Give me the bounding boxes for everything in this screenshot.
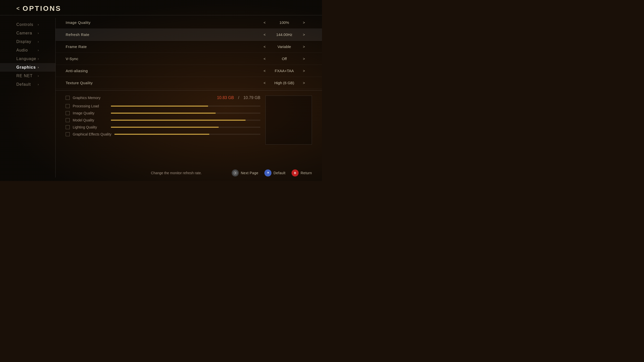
gauge-bar-fill-model-quality	[111, 120, 246, 121]
setting-label-anti-aliasing: Anti-aliasing	[66, 69, 257, 73]
memory-row: Graphics Memory 10.83 GB / 10.79 GB	[66, 96, 260, 100]
sidebar-item-graphics[interactable]: Graphics ›	[0, 63, 55, 72]
setting-label-image-quality: Image Quality	[66, 20, 257, 25]
next-page-icon	[232, 169, 239, 176]
chevron-right-refresh-rate[interactable]: >	[302, 32, 306, 37]
sidebar-item-language[interactable]: Language ›	[0, 55, 55, 63]
gauge-checkbox-graphical-effects[interactable]	[66, 132, 70, 136]
preview-box	[265, 96, 312, 145]
setting-value-v-sync: Off	[272, 57, 297, 61]
gauge-item-lighting-quality: Lighting Quality	[66, 125, 260, 129]
hint-text: Change the monitor refresh rate.	[121, 171, 232, 175]
sidebar-item-controls[interactable]: Controls ›	[0, 20, 55, 29]
gauge-checkbox-lighting-quality[interactable]	[66, 125, 70, 129]
setting-label-texture-quality: Texture Quality	[66, 81, 257, 85]
gauge-item-image-quality-gauge: Image Quality	[66, 111, 260, 115]
next-page-label: Next Page	[241, 171, 258, 175]
sidebar-arrow-default: ›	[38, 83, 39, 86]
setting-value-image-quality: 100%	[272, 20, 297, 25]
gauge-bar-container-model-quality	[111, 120, 260, 121]
gauge-label-graphical-effects: Graphical Effects Quality	[73, 132, 111, 136]
sidebar-label-audio: Audio	[16, 48, 28, 53]
title-text: OPTIONS	[23, 5, 61, 13]
chevron-right-anti-aliasing[interactable]: >	[302, 68, 306, 73]
sidebar-label-display: Display	[16, 39, 31, 44]
setting-row-v-sync: V-Sync < Off >	[56, 53, 322, 65]
sidebar-arrow-renet: ›	[38, 74, 39, 78]
chevron-left-anti-aliasing[interactable]: <	[263, 68, 267, 73]
setting-controls-v-sync: < Off >	[257, 56, 312, 61]
setting-label-frame-rate: Frame Rate	[66, 44, 257, 49]
sidebar-arrow-audio: ›	[38, 49, 39, 52]
sidebar-label-camera: Camera	[16, 31, 32, 35]
sidebar-label-renet: RE NET	[16, 74, 33, 78]
gauge-label-model-quality: Model Quality	[73, 118, 108, 122]
gauge-bar-container-image-quality-gauge	[111, 113, 260, 114]
sidebar-item-renet[interactable]: RE NET ›	[0, 72, 55, 80]
graphics-memory-label: Graphics Memory	[73, 96, 214, 100]
gauge-checkbox-image-quality-gauge[interactable]	[66, 111, 70, 115]
setting-row-image-quality: Image Quality < 100% >	[56, 17, 322, 29]
return-label: Return	[301, 171, 312, 175]
chevron-left-refresh-rate[interactable]: <	[263, 32, 267, 37]
chevron-left-v-sync[interactable]: <	[263, 56, 267, 61]
graphics-memory-separator: /	[237, 96, 240, 100]
sidebar-item-display[interactable]: Display ›	[0, 37, 55, 46]
setting-row-anti-aliasing: Anti-aliasing < FXAA+TAA >	[56, 65, 322, 77]
setting-value-anti-aliasing: FXAA+TAA	[272, 69, 297, 73]
return-button[interactable]: B Return	[292, 169, 312, 176]
gauge-checkbox-model-quality[interactable]	[66, 118, 70, 122]
gauge-label-processing-load: Processing Load	[73, 104, 108, 108]
sidebar: Controls › Camera › Display › Audio › La…	[0, 15, 55, 180]
gauge-bar-container-processing-load	[111, 106, 260, 107]
page-content: < OPTIONS Controls › Camera › Display › …	[0, 0, 322, 181]
graphics-memory-checkbox[interactable]	[66, 96, 70, 100]
sidebar-item-default[interactable]: Default ›	[0, 80, 55, 89]
setting-value-texture-quality: High (6 GB)	[272, 81, 297, 85]
section-separator	[56, 90, 322, 90]
chevron-left-texture-quality[interactable]: <	[263, 80, 267, 85]
settings-area: Image Quality < 100% > Refresh Rate < 14…	[56, 15, 322, 180]
default-button[interactable]: ✕ Default	[264, 169, 286, 176]
setting-label-refresh-rate: Refresh Rate	[66, 32, 257, 37]
setting-row-refresh-rate: Refresh Rate < 144.00Hz >	[56, 29, 322, 41]
chevron-right-v-sync[interactable]: >	[302, 56, 306, 61]
next-page-button[interactable]: Next Page	[232, 169, 258, 176]
gauge-bar-track-graphical-effects	[114, 134, 260, 135]
settings-list: Image Quality < 100% > Refresh Rate < 14…	[56, 17, 322, 89]
graphics-memory-total: 10.79 GB	[243, 96, 260, 100]
chevron-right-texture-quality[interactable]: >	[302, 80, 306, 85]
sidebar-item-audio[interactable]: Audio ›	[0, 46, 55, 55]
bottom-bar: Change the monitor refresh rate. Next Pa…	[0, 165, 322, 181]
gauge-bar-fill-graphical-effects	[114, 134, 209, 135]
chevron-right-image-quality[interactable]: >	[302, 20, 306, 25]
setting-controls-frame-rate: < Variable >	[257, 44, 312, 49]
back-arrow-icon[interactable]: <	[16, 5, 21, 12]
gauge-checkbox-processing-load[interactable]	[66, 104, 70, 108]
main-layout: Controls › Camera › Display › Audio › La…	[0, 15, 322, 180]
page-title: < OPTIONS	[16, 5, 306, 13]
sidebar-item-camera[interactable]: Camera ›	[0, 29, 55, 37]
sidebar-arrow-graphics: ›	[38, 66, 39, 69]
setting-controls-texture-quality: < High (6 GB) >	[257, 80, 312, 85]
gauge-item-processing-load: Processing Load	[66, 104, 260, 108]
setting-label-v-sync: V-Sync	[66, 57, 257, 61]
default-label: Default	[273, 171, 286, 175]
svg-point-0	[233, 171, 237, 175]
chevron-left-frame-rate[interactable]: <	[263, 44, 267, 49]
chevron-left-image-quality[interactable]: <	[263, 20, 267, 25]
sidebar-arrow-language: ›	[38, 57, 39, 61]
sidebar-arrow-camera: ›	[38, 31, 39, 35]
bottom-controls: Next Page ✕ Default B Return	[232, 169, 312, 176]
gauge-label-lighting-quality: Lighting Quality	[73, 125, 108, 129]
setting-value-refresh-rate: 144.00Hz	[272, 32, 297, 37]
header: < OPTIONS	[0, 0, 322, 15]
gauge-bar-fill-image-quality-gauge	[111, 113, 216, 114]
gauge-bar-fill-processing-load	[111, 106, 208, 107]
sidebar-arrow-controls: ›	[38, 23, 39, 26]
sidebar-label-graphics: Graphics	[16, 65, 36, 70]
gauge-bar-fill-lighting-quality	[111, 127, 219, 128]
sidebar-label-controls: Controls	[16, 22, 33, 27]
gauge-bar-track-lighting-quality	[111, 127, 260, 128]
chevron-right-frame-rate[interactable]: >	[302, 44, 306, 49]
